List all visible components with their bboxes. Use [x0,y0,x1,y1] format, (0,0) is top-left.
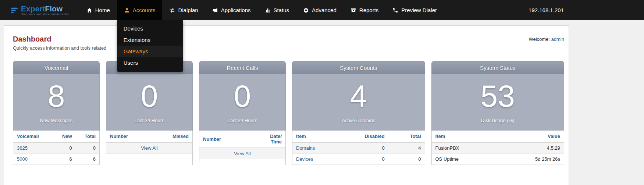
column-header: Item [292,131,352,142]
welcome-text: Welcome: admin [529,35,564,51]
page-subtitle: Quickly access information and tools rel… [13,45,106,51]
card-title: System Status [431,61,565,74]
archive-icon [351,7,356,13]
card-big-number: 8 [13,74,99,113]
column-header: Item [432,131,498,142]
table-row: View All [199,148,285,159]
user-icon [124,7,130,13]
column-header: Number [199,131,266,148]
nav-item-status[interactable]: Status [258,0,296,20]
brand-logo[interactable]: ExpertFlow chat, voice and video contact… [0,0,69,20]
card-caption: New Messages [13,113,99,131]
card-table: Number Date/Time View All [199,131,286,165]
column-header: Disabled [352,131,388,142]
table-row: OS Uptime 5d 25m 26s [432,154,564,165]
table-row: View All [106,142,192,154]
card-big-number: 53 [432,74,564,113]
phone-icon [392,7,398,13]
top-navbar: ExpertFlow chat, voice and video contact… [0,0,644,20]
card-big-number: 0 [199,74,285,113]
view-all-link[interactable]: View All [141,145,157,151]
dashboard-cards: Voicemail 8 New Messages Voicemail New T… [13,61,564,165]
table-row: 3625 0 0 [13,142,99,154]
nav-item-reports[interactable]: Reports [344,0,386,20]
welcome-user-link[interactable]: admin [551,36,564,42]
card-title: Recent Calls [199,61,286,74]
card-table: Number Missed View All [106,131,193,165]
nav-item-preview-dialer[interactable]: Preview Dialer [385,0,444,20]
bullhorn-icon [212,7,218,13]
card-title: Voicemail [13,61,100,74]
voicemail-box-link[interactable]: 3625 [17,145,28,151]
column-header: Voicemail [13,131,52,142]
card-table: Item Value FusionPBX 4.5.29 OS Uptime 5d… [431,131,565,165]
brand-name: ExpertFlow [21,5,69,13]
nav-item-accounts[interactable]: Accounts Devices Extensions Gateways Use… [117,0,163,20]
column-header: Number [106,131,149,142]
card-caption: Last 24 Hours [199,113,285,131]
table-row: Domains 0 4 [292,142,425,154]
brand-icon [10,6,18,14]
gear-icon [303,7,309,13]
card-system-status: System Status 53 Disk Usage (%) Item Val… [431,61,565,165]
bar-chart-icon [265,7,271,13]
voicemail-box-link[interactable]: 5000 [17,156,28,162]
home-icon [86,7,92,13]
page-header: Dashboard Quickly access information and… [13,35,564,51]
column-header: New [52,131,75,142]
card-recent-calls: Recent Calls 0 Last 24 Hours Number Date… [199,61,286,165]
table-row: FusionPBX 4.5.29 [432,142,564,154]
exchange-icon [169,7,175,13]
server-ip: 192.168.1.201 [529,7,644,13]
accounts-dropdown: Devices Extensions Gateways Users [117,20,183,72]
nav-item-advanced[interactable]: Advanced [296,0,344,20]
dropdown-item-devices[interactable]: Devices [117,23,183,34]
view-all-link[interactable]: View All [234,151,250,156]
dropdown-item-extensions[interactable]: Extensions [117,34,183,46]
table-row: Devices 0 0 [292,154,425,165]
nav-item-home[interactable]: Home [79,0,117,20]
main-menu: Home Accounts Devices Extensions Gateway… [79,0,444,20]
nav-item-dialplan[interactable]: Dialplan [162,0,205,20]
card-caption: Disk Usage (%) [432,113,564,131]
table-row: 5000 6 6 [13,154,99,165]
card-voicemail: Voicemail 8 New Messages Voicemail New T… [13,61,100,165]
dropdown-item-users[interactable]: Users [117,57,183,68]
dropdown-item-gateways[interactable]: Gateways [117,46,183,57]
card-caption: Active Domains [292,113,425,131]
column-header: Total [388,131,425,142]
devices-link[interactable]: Devices [296,156,313,162]
card-big-number: 4 [292,74,425,113]
column-header: Value [498,131,564,142]
card-table: Item Disabled Total Domains 0 4 Devices [292,131,425,165]
card-big-number: 0 [106,74,192,113]
domains-link[interactable]: Domains [296,145,315,151]
card-table: Voicemail New Total 3625 0 0 5000 [13,131,100,165]
card-missed-calls: Missed Calls 0 Last 24 Hours Number Miss… [106,61,193,165]
column-header: Total [76,131,99,142]
nav-item-applications[interactable]: Applications [205,0,258,20]
card-system-counts: System Counts 4 Active Domains Item Disa… [292,61,425,165]
card-caption: Last 24 Hours [106,113,192,131]
column-header: Date/Time [266,131,285,148]
brand-tagline: chat, voice and video contactcenter [21,13,69,15]
card-title: System Counts [292,61,425,74]
page-title: Dashboard [13,35,106,43]
content-panel: Dashboard Quickly access information and… [4,25,569,185]
column-header: Missed [149,131,192,142]
